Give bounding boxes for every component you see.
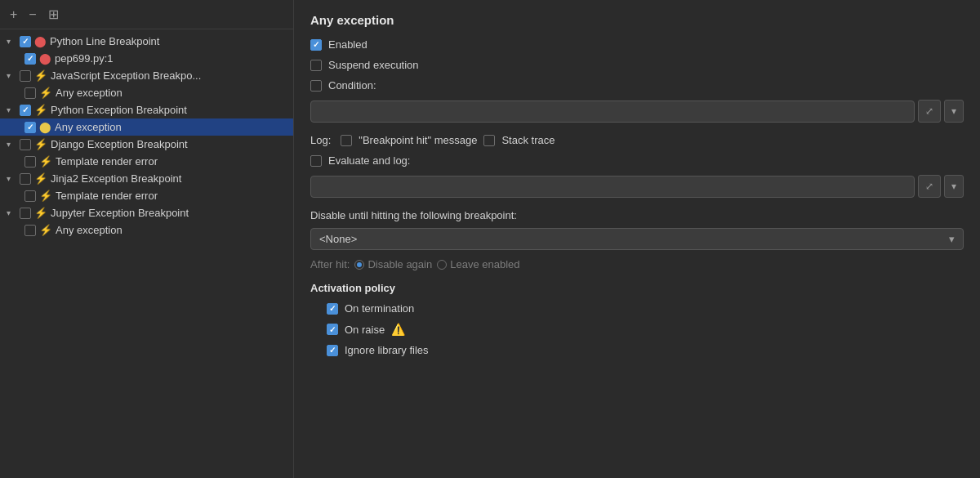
detail-title: Any exception [310,13,964,27]
add-button[interactable]: + [7,6,20,24]
lightning-icon: ⚡ [39,155,52,168]
lightning-icon: ⚡ [39,190,52,202]
evaluate-dropdown-btn[interactable]: ▾ [944,175,964,198]
tree-item-jinja2-template[interactable]: ⚡Template render error [0,187,293,204]
group-checkbox[interactable] [20,105,31,116]
tree-group-jupyter-exception[interactable]: ▾⚡Jupyter Exception Breakpoint [0,204,293,221]
condition-label: Condition: [328,79,376,92]
ignore-library-row: Ignore library files [327,344,964,356]
condition-expand-btn[interactable]: ⤢ [918,100,941,123]
lightning-icon: ⚡ [34,172,47,185]
condition-input[interactable] [310,101,915,123]
enabled-checkbox[interactable] [310,39,322,51]
item-checkbox[interactable] [24,156,36,168]
on-termination-checkbox[interactable] [327,303,338,315]
tree-group-django-exception[interactable]: ▾⚡Django Exception Breakpoint [0,136,293,153]
evaluate-log-input[interactable] [310,176,915,198]
condition-checkbox[interactable] [310,80,322,92]
on-raise-warning-icon: ⚠️ [391,323,405,336]
group-label: Python Line Breakpoint [50,35,159,47]
tree-item-jupyter-any[interactable]: ⚡Any exception [0,221,293,239]
lightning-icon: ⚡ [39,224,52,236]
disable-dropdown-value: <None> [319,233,357,245]
tree-item-py-any[interactable]: ⬤Any exception [0,118,293,136]
chevron-icon: ▾ [7,140,16,149]
view-button[interactable]: ⊞ [45,5,62,24]
lightning-icon: ⚡ [34,207,47,219]
disable-dropdown[interactable]: <None> ▾ [310,228,964,250]
disable-dropdown-row: <None> ▾ [310,228,964,250]
disable-again-radio[interactable] [354,260,364,270]
group-label: Jupyter Exception Breakpoint [51,207,189,219]
evaluate-log-checkbox[interactable] [310,155,322,167]
condition-dropdown-btn[interactable]: ▾ [944,100,964,123]
suspend-label: Suspend execution [328,59,419,71]
right-panel: Any exception Enabled Suspend execution … [294,0,980,478]
evaluate-expand-btn[interactable]: ⤢ [918,175,941,198]
tree-item-pep699[interactable]: ⬤pep699.py:1 [0,50,293,67]
item-checkbox[interactable] [24,87,36,99]
item-label: Template render error [56,155,158,168]
ignore-library-label: Ignore library files [345,344,429,356]
dropdown-chevron-icon: ▾ [949,233,955,245]
lightning-icon: ⚡ [34,69,47,82]
ignore-library-checkbox[interactable] [327,345,338,356]
condition-input-row: ⤢ ▾ [310,100,964,123]
leave-enabled-label: Leave enabled [450,258,519,270]
group-label: Python Exception Breakpoint [51,104,187,116]
after-hit-row: After hit: Disable again Leave enabled [310,258,964,270]
tree-group-js-exception[interactable]: ▾⚡JavaScript Exception Breakpo... [0,67,293,84]
suspend-checkbox[interactable] [310,60,322,71]
tree-item-js-any[interactable]: ⚡Any exception [0,84,293,101]
group-checkbox[interactable] [20,70,31,82]
evaluate-log-row: Evaluate and log: [310,154,964,167]
group-checkbox[interactable] [20,208,31,219]
group-checkbox[interactable] [20,36,31,47]
item-label: Any exception [56,224,122,236]
disable-again-option[interactable]: Disable again [354,258,432,270]
item-label: Any exception [55,121,122,133]
on-termination-row: On termination [327,302,964,315]
group-label: JavaScript Exception Breakpo... [51,69,201,82]
after-hit-label: After hit: [310,258,350,270]
chevron-icon: ▾ [7,208,16,217]
red-circle-icon: ⬤ [34,35,47,47]
item-checkbox[interactable] [24,53,36,65]
enabled-label: Enabled [328,38,368,51]
on-raise-checkbox[interactable] [327,324,338,335]
tree: ▾⬤Python Line Breakpoint⬤pep699.py:1▾⚡Ja… [0,29,293,478]
tree-group-jinja2-exception[interactable]: ▾⚡Jinja2 Exception Breakpoint [0,170,293,187]
on-termination-label: On termination [345,302,414,315]
on-raise-row: On raise ⚠️ [327,323,964,336]
on-raise-label: On raise [345,324,385,336]
disable-again-label: Disable again [368,258,432,270]
tree-item-django-template[interactable]: ⚡Template render error [0,153,293,170]
tree-group-python-line[interactable]: ▾⬤Python Line Breakpoint [0,33,293,50]
evaluate-log-input-row: ⤢ ▾ [310,175,964,198]
leave-enabled-radio[interactable] [437,260,447,270]
evaluate-log-label: Evaluate and log: [328,154,410,167]
log-row: Log: "Breakpoint hit" message Stack trac… [310,134,964,146]
left-panel: + − ⊞ ▾⬤Python Line Breakpoint⬤pep699.py… [0,0,294,478]
item-checkbox[interactable] [24,190,36,202]
group-label: Django Exception Breakpoint [51,138,188,150]
yellow-circle-icon: ⬤ [39,121,51,133]
leave-enabled-option[interactable]: Leave enabled [437,258,519,270]
group-checkbox[interactable] [20,139,31,150]
group-checkbox[interactable] [20,173,31,185]
enabled-row: Enabled [310,38,964,51]
disable-label: Disable until hitting the following brea… [310,209,964,221]
suspend-row: Suspend execution [310,59,964,71]
remove-button[interactable]: − [25,6,39,24]
item-checkbox[interactable] [24,122,36,133]
item-checkbox[interactable] [24,225,36,236]
item-label: pep699.py:1 [55,52,114,65]
red-circle-icon: ⬤ [39,52,51,65]
chevron-icon: ▾ [7,37,16,46]
tree-group-python-exception[interactable]: ▾⚡Python Exception Breakpoint [0,101,293,118]
breakpoint-hit-checkbox[interactable] [341,135,352,146]
stack-trace-checkbox[interactable] [483,135,495,146]
chevron-icon: ▾ [7,71,16,80]
item-label: Template render error [56,190,158,202]
item-label: Any exception [56,87,122,99]
